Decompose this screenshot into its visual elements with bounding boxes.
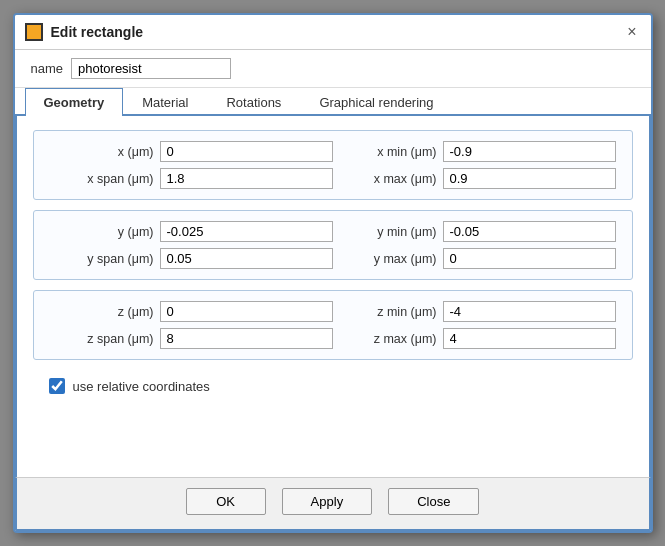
relative-coords-checkbox[interactable] — [49, 378, 65, 394]
yspan-input[interactable] — [160, 248, 333, 269]
tab-geometry[interactable]: Geometry — [25, 88, 124, 116]
tab-rotations[interactable]: Rotations — [207, 88, 300, 116]
z-label: z (μm) — [50, 305, 160, 319]
y-row: y (μm) y min (μm) — [50, 221, 616, 242]
xspan-field: x span (μm) — [50, 168, 333, 189]
yspan-field: y span (μm) — [50, 248, 333, 269]
ok-button[interactable]: OK — [186, 488, 266, 515]
name-row: name — [15, 50, 651, 88]
y-section: y (μm) y min (μm) y span (μm) y max (μm) — [33, 210, 633, 280]
dialog-title: Edit rectangle — [51, 24, 144, 40]
zmax-input[interactable] — [443, 328, 616, 349]
xspan-label: x span (μm) — [50, 172, 160, 186]
close-dialog-button[interactable]: Close — [388, 488, 479, 515]
xspan-row: x span (μm) x max (μm) — [50, 168, 616, 189]
z-row: z (μm) z min (μm) — [50, 301, 616, 322]
name-input[interactable] — [71, 58, 231, 79]
zmax-field: z max (μm) — [333, 328, 616, 349]
xmin-input[interactable] — [443, 141, 616, 162]
xmax-input[interactable] — [443, 168, 616, 189]
ymin-label: y min (μm) — [333, 225, 443, 239]
zspan-label: z span (μm) — [50, 332, 160, 346]
tabs-bar: Geometry Material Rotations Graphical re… — [15, 88, 651, 116]
ymin-input[interactable] — [443, 221, 616, 242]
x-row: x (μm) x min (μm) — [50, 141, 616, 162]
yspan-row: y span (μm) y max (μm) — [50, 248, 616, 269]
x-label: x (μm) — [50, 145, 160, 159]
x-input[interactable] — [160, 141, 333, 162]
titlebar: Edit rectangle × — [15, 15, 651, 50]
checkbox-label: use relative coordinates — [73, 379, 210, 394]
edit-rectangle-dialog: Edit rectangle × name Geometry Material … — [13, 13, 653, 533]
z-input[interactable] — [160, 301, 333, 322]
zmin-input[interactable] — [443, 301, 616, 322]
footer: OK Apply Close — [15, 477, 651, 531]
y-field: y (μm) — [50, 221, 333, 242]
zspan-input[interactable] — [160, 328, 333, 349]
close-button[interactable]: × — [623, 24, 640, 40]
ymax-label: y max (μm) — [333, 252, 443, 266]
xmin-label: x min (μm) — [333, 145, 443, 159]
tab-content: x (μm) x min (μm) x span (μm) x max (μm) — [15, 116, 651, 477]
titlebar-left: Edit rectangle — [25, 23, 144, 41]
zmax-label: z max (μm) — [333, 332, 443, 346]
ymax-field: y max (μm) — [333, 248, 616, 269]
zspan-field: z span (μm) — [50, 328, 333, 349]
tab-material[interactable]: Material — [123, 88, 207, 116]
apply-button[interactable]: Apply — [282, 488, 373, 515]
x-field: x (μm) — [50, 141, 333, 162]
name-label: name — [31, 61, 64, 76]
zmin-label: z min (μm) — [333, 305, 443, 319]
x-section: x (μm) x min (μm) x span (μm) x max (μm) — [33, 130, 633, 200]
xmax-field: x max (μm) — [333, 168, 616, 189]
zspan-row: z span (μm) z max (μm) — [50, 328, 616, 349]
z-section: z (μm) z min (μm) z span (μm) z max (μm) — [33, 290, 633, 360]
zmin-field: z min (μm) — [333, 301, 616, 322]
xmax-label: x max (μm) — [333, 172, 443, 186]
rectangle-icon — [25, 23, 43, 41]
xmin-field: x min (μm) — [333, 141, 616, 162]
tab-graphical-rendering[interactable]: Graphical rendering — [300, 88, 452, 116]
y-input[interactable] — [160, 221, 333, 242]
y-label: y (μm) — [50, 225, 160, 239]
xspan-input[interactable] — [160, 168, 333, 189]
z-field: z (μm) — [50, 301, 333, 322]
ymin-field: y min (μm) — [333, 221, 616, 242]
checkbox-row: use relative coordinates — [33, 370, 633, 402]
yspan-label: y span (μm) — [50, 252, 160, 266]
ymax-input[interactable] — [443, 248, 616, 269]
